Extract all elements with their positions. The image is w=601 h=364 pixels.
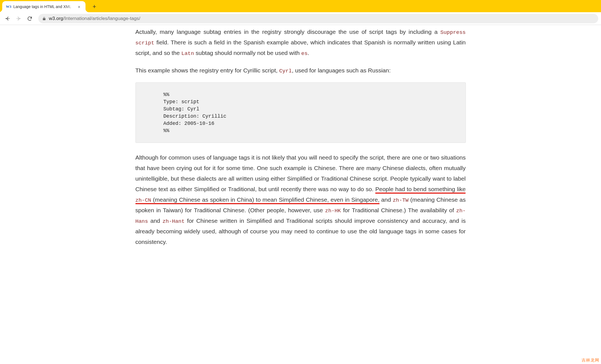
tab-strip: W3 Language tags in HTML and XML × + [0, 0, 601, 12]
code-inline: es [301, 50, 308, 57]
paragraph: Although for common uses of language tag… [135, 152, 466, 247]
code-inline: Latn [181, 50, 194, 57]
tab-close-button[interactable]: × [77, 4, 82, 9]
page-viewport[interactable]: Actually, many language subtag entries i… [0, 25, 601, 364]
code-inline: zh-HK [325, 208, 341, 214]
lock-icon [42, 17, 46, 21]
registry-entry-block: %% Type: script Subtag: Cyrl Description… [135, 82, 466, 143]
highlighted-text: People had to bend some­ [375, 186, 442, 194]
toolbar: w3.org/International/articles/language-t… [0, 12, 601, 25]
back-button[interactable] [3, 14, 12, 23]
new-tab-button[interactable]: + [90, 3, 98, 11]
paragraph: This example shows the registry entry fo… [135, 65, 466, 76]
paragraph: Actually, many language subtag entries i… [135, 27, 466, 59]
forward-button[interactable] [14, 14, 23, 23]
tab-title: Language tags in HTML and XML [13, 4, 74, 9]
favicon: W3 [6, 4, 11, 9]
arrow-right-icon [16, 16, 21, 21]
address-bar[interactable]: w3.org/International/articles/language-t… [38, 14, 598, 23]
url-text: w3.org/International/articles/language-t… [49, 16, 140, 21]
arrow-left-icon [5, 16, 10, 21]
code-inline: zh-Hant [162, 218, 185, 224]
reload-icon [27, 16, 32, 21]
article-content: Actually, many language subtag entries i… [133, 25, 469, 265]
code-inline: zh-TW [393, 197, 409, 203]
browser-tab[interactable]: W3 Language tags in HTML and XML × [2, 1, 86, 12]
reload-button[interactable] [25, 14, 34, 23]
code-inline: Cyrl [279, 68, 292, 74]
code-inline: zh-CN [135, 197, 151, 203]
